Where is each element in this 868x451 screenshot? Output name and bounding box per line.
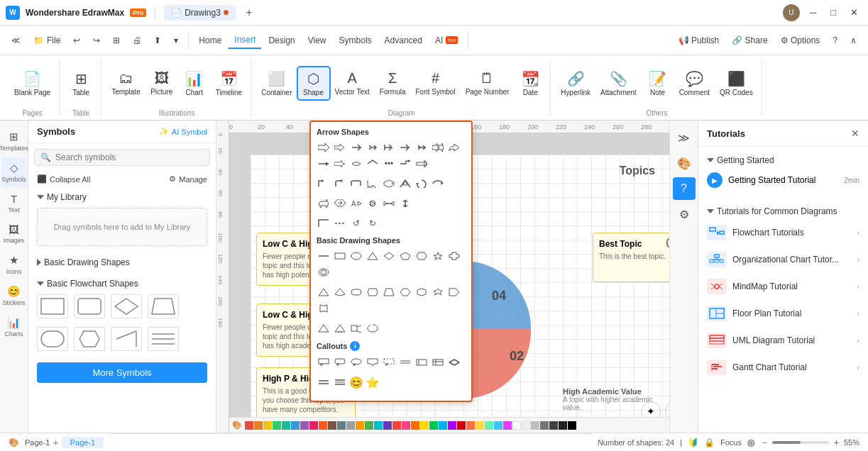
callout-6[interactable] — [398, 355, 412, 369]
basic-shape-r3-4[interactable] — [366, 321, 380, 335]
flowchart-shape-8[interactable] — [148, 327, 179, 351]
timeline-button[interactable]: 📅 Timeline — [211, 67, 246, 99]
swatch-red[interactable] — [245, 421, 253, 430]
basic-shape-r2-6[interactable] — [398, 285, 412, 299]
swatch-amber[interactable] — [356, 421, 364, 430]
arrow-shape-26[interactable] — [333, 196, 347, 211]
expand-button[interactable]: ∧ — [845, 33, 862, 48]
basic-shape-pentagon[interactable] — [398, 249, 412, 263]
arrow-shape-28[interactable] — [366, 196, 380, 211]
arrow-shape-5[interactable] — [382, 140, 396, 155]
ai-menu[interactable]: AI hot — [429, 33, 463, 48]
advanced-menu[interactable]: Advanced — [379, 33, 428, 48]
formula-button[interactable]: Σ Formula — [375, 67, 410, 99]
zoom-out-button[interactable]: － — [760, 436, 769, 449]
basic-shape-r2-1[interactable] — [317, 285, 331, 299]
arrow-shape-24[interactable] — [431, 177, 445, 191]
vector-text-button[interactable]: A Vector Text — [331, 67, 374, 99]
basic-drawing-title[interactable]: Basic Drawing Shapes — [37, 255, 207, 270]
basic-shape-r2-9[interactable] — [447, 285, 461, 299]
insert-menu[interactable]: Insert — [229, 32, 261, 49]
arrow-shape-23[interactable] — [414, 177, 429, 191]
callout-8[interactable] — [431, 355, 445, 369]
basic-shape-r2-3[interactable] — [349, 285, 363, 299]
focus-button[interactable]: ◎ — [747, 438, 754, 447]
blank-page-button[interactable]: 📄 Blank Page — [10, 67, 55, 99]
arrow-shape-1[interactable] — [317, 140, 331, 155]
swatch-almost-black[interactable] — [559, 421, 567, 430]
flowchart-tutorial-item[interactable]: Flowchart Tutorials › — [698, 219, 868, 246]
callout-emoji-1[interactable]: 😊 — [349, 375, 363, 389]
common-diagrams-title[interactable]: Tutorials for Common Diagrams — [698, 204, 868, 219]
flowchart-shape-1[interactable] — [37, 294, 68, 318]
swatch-r6[interactable] — [429, 421, 438, 430]
flowchart-shape-4[interactable] — [148, 294, 179, 318]
basic-shape-triangle[interactable] — [366, 249, 380, 263]
swatch-yellow[interactable] — [263, 421, 272, 430]
symbols-menu[interactable]: Symbols — [334, 33, 378, 48]
container-button[interactable]: ⬜ Container — [257, 67, 296, 99]
arrow-shape-17[interactable] — [317, 177, 331, 191]
arrow-shape-15[interactable] — [398, 157, 412, 171]
arrow-shape-14[interactable]: ••• — [382, 157, 396, 171]
floor-plan-tutorial-item[interactable]: Floor Plan Tutorial › — [698, 300, 868, 327]
basic-shape-r3-3[interactable] — [349, 321, 363, 335]
arrow-shape-21[interactable] — [382, 177, 396, 191]
basic-shape-r3-2[interactable] — [333, 321, 347, 335]
callout-2[interactable] — [333, 355, 347, 369]
minimize-button[interactable]: ─ — [806, 6, 820, 19]
tutorials-close-button[interactable]: ✕ — [851, 128, 859, 139]
gantt-tutorial-item[interactable]: Gantt Chart Tutorial › — [698, 354, 868, 381]
export-button[interactable]: ⬆ — [148, 33, 167, 48]
card-best-topic[interactable]: 04 Best Topic This is the best topic. — [593, 233, 669, 282]
arrow-shape-16[interactable] — [414, 157, 429, 171]
swatch-purple[interactable] — [300, 421, 309, 430]
swatch-blue-grey[interactable] — [337, 421, 346, 430]
document-tab[interactable]: 📄 Drawing3 — [164, 5, 236, 21]
swatch-r3[interactable] — [402, 421, 410, 430]
mindmap-tutorial-item[interactable]: MindMap Tutorial › — [698, 273, 868, 300]
basic-shape-r3-1[interactable] — [317, 321, 331, 335]
basic-shape-rect[interactable] — [333, 249, 347, 263]
swatch-r11[interactable] — [476, 421, 484, 430]
swatch-medium-grey[interactable] — [531, 421, 539, 430]
help-button[interactable]: ? — [827, 33, 843, 48]
org-chart-tutorial-item[interactable]: Organizational Chart Tutor... › — [698, 246, 868, 273]
basic-shape-r2-4[interactable] — [366, 285, 380, 299]
page-number-button[interactable]: 🗒 Page Number — [461, 67, 514, 99]
comment-button[interactable]: 💬 Comment — [675, 67, 714, 99]
arrow-shape-29[interactable] — [382, 196, 396, 211]
share-button[interactable]: 🔗 Share — [726, 33, 773, 48]
font-symbol-button[interactable]: # Font Symbol — [412, 67, 460, 99]
mini-item-icons[interactable]: ★ Icons — [1, 250, 27, 279]
arrow-shape-20[interactable] — [366, 177, 380, 191]
sidebar-paint-icon[interactable]: 🎨 — [673, 152, 696, 174]
callout-1[interactable] — [317, 355, 331, 369]
swatch-r7[interactable] — [439, 421, 447, 430]
arrow-shape-18[interactable] — [333, 177, 347, 191]
arrow-shape-25[interactable] — [317, 196, 331, 211]
sidebar-help-icon[interactable]: ? — [673, 177, 696, 200]
current-page-tab[interactable]: Page-1 — [62, 437, 104, 448]
collapse-sidebar-button[interactable]: ≪ — [6, 33, 26, 48]
swatch-r4[interactable] — [411, 421, 419, 430]
lock-button[interactable]: 🔒 — [704, 438, 715, 447]
arrow-shape-6[interactable] — [398, 140, 412, 155]
add-page-button[interactable]: + — [53, 437, 58, 448]
basic-shape-line[interactable] — [317, 249, 331, 263]
swatch-blue[interactable] — [291, 421, 300, 430]
callout-5[interactable] — [382, 355, 396, 369]
callout-7[interactable] — [414, 355, 429, 369]
flowchart-shape-6[interactable] — [74, 327, 105, 351]
arrow-shape-4[interactable] — [366, 140, 380, 155]
pages-button[interactable]: ⊞ — [107, 33, 126, 48]
getting-started-title[interactable]: Getting Started — [698, 152, 868, 168]
basic-shape-r2-7[interactable] — [414, 285, 429, 299]
redo-button[interactable]: ↪ — [87, 33, 106, 48]
getting-started-tutorial-item[interactable]: ▶ Getting Started Tutorial 2min — [698, 168, 868, 192]
swatch-white[interactable] — [512, 421, 521, 430]
basic-shape-circle[interactable] — [349, 249, 363, 263]
flowchart-shape-3[interactable] — [111, 294, 142, 318]
ai-symbol-button[interactable]: ✨ AI Symbol — [159, 127, 207, 136]
template-button[interactable]: 🗂 Template — [107, 67, 145, 99]
